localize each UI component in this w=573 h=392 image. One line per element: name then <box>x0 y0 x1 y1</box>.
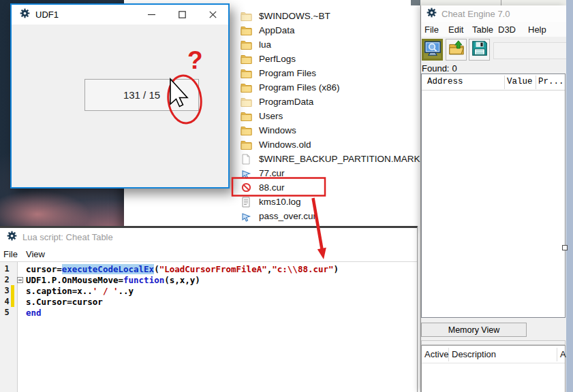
minimize-icon <box>148 11 155 18</box>
code-line: 2UDF1.P.OnMouseMove=function(s,x,y) <box>0 274 417 285</box>
cheat-table-list[interactable]: ActiveDescriptionAc <box>421 345 566 392</box>
background-window-fragment <box>420 0 566 5</box>
file-row[interactable]: pass_over.cur <box>124 209 420 223</box>
code-text: s.caption=x..' / '..y <box>26 286 134 296</box>
file-row[interactable]: kms10.log <box>124 195 420 209</box>
column-header-value[interactable]: Value <box>507 77 533 86</box>
close-button[interactable] <box>198 5 228 24</box>
udf1-window: UDF1 131 / 15 <box>10 3 230 189</box>
memory-view-label: Memory View <box>448 325 499 335</box>
log-file-icon <box>240 197 252 208</box>
lua-menu-file[interactable]: File <box>3 246 18 261</box>
coords-button-label: 131 / 15 <box>123 89 160 101</box>
lua-window-title: Lua script: Cheat Table <box>22 232 113 242</box>
scan-progress-bar <box>493 42 567 59</box>
code-text: UDF1.P.OnMouseMove=function(s,x,y) <box>26 275 200 285</box>
folder-faded-icon <box>240 97 252 108</box>
ce-menu-table[interactable]: Table <box>472 22 493 37</box>
window-edge-scrollbar[interactable] <box>566 0 573 392</box>
background-window-fragment <box>411 0 420 5</box>
file-name: pass_over.cur <box>259 211 316 221</box>
ce-menu-d3d[interactable]: D3D <box>498 22 516 37</box>
cheat-engine-gear-icon <box>20 8 30 21</box>
column-header-pr[interactable]: Pr... <box>538 77 564 86</box>
line-number: 3 <box>0 286 14 295</box>
lua-titlebar[interactable]: Lua script: Cheat Table <box>0 228 417 246</box>
cheat-engine-gear-icon <box>427 7 437 20</box>
ce-menubar: FileEditTableD3DHelp <box>421 22 566 37</box>
udf1-window-title: UDF1 <box>35 10 59 20</box>
code-line: 4s.Cursor=cursor <box>0 296 417 307</box>
folder-icon <box>240 25 252 36</box>
line-number: 1 <box>0 264 14 274</box>
line-number: 5 <box>0 308 14 317</box>
code-line: 3s.caption=x..' / '..y <box>0 285 417 296</box>
screen: $WINDOWS.~BTAppDataluaPerfLogsProgram Fi… <box>0 0 573 392</box>
folder-icon <box>240 82 252 93</box>
scan-results-list[interactable]: AddressValuePr... <box>421 74 566 318</box>
ce-menu-help[interactable]: Help <box>528 22 546 37</box>
file-name: $WINDOWS.~BT <box>259 11 330 21</box>
column-divider[interactable] <box>557 348 557 361</box>
found-count: 0 <box>452 63 456 74</box>
code-text: s.Cursor=cursor <box>26 297 103 307</box>
select-process-button[interactable] <box>422 39 443 61</box>
cursor-file-icon <box>240 168 252 179</box>
file-name: Windows.old <box>259 140 311 150</box>
folder-faded-icon <box>240 11 252 22</box>
ce-menu-edit[interactable]: Edit <box>448 22 463 37</box>
code-text: cursor=executeCodeLocalEx("LoadCursorFro… <box>26 264 339 274</box>
minimize-button[interactable] <box>136 5 167 24</box>
file-name: Program Files <box>259 68 316 78</box>
folder-icon <box>240 125 252 136</box>
file-name: $WINRE_BACKUP_PARTITION.MARKER <box>259 154 433 164</box>
splitter-bar[interactable] <box>421 340 566 345</box>
column-header-address[interactable]: Address <box>427 77 463 86</box>
column-divider[interactable] <box>504 76 505 89</box>
fold-column <box>14 277 26 283</box>
file-name: PerfLogs <box>259 54 296 64</box>
open-table-button[interactable] <box>446 39 467 61</box>
blocked-file-icon <box>240 182 252 193</box>
lua-menu-view[interactable]: View <box>26 246 45 261</box>
coords-button[interactable]: 131 / 15 <box>84 79 199 111</box>
save-table-icon <box>471 39 489 60</box>
annotation-question-mark: ? <box>187 48 203 73</box>
lua-script-window: Lua script: Cheat Table FileView 1cursor… <box>0 226 418 392</box>
folder-icon <box>240 54 252 65</box>
cursor-file-icon <box>240 211 252 222</box>
ce-titlebar[interactable]: Cheat Engine 7.0 <box>421 5 566 22</box>
column-divider[interactable] <box>536 76 536 89</box>
found-label: Found: <box>422 63 449 74</box>
lua-code-editor[interactable]: 1cursor=executeCodeLocalEx("LoadCursorFr… <box>0 261 417 392</box>
line-number: 4 <box>0 297 14 306</box>
file-name: Windows <box>259 125 296 135</box>
ce-menu-file[interactable]: File <box>424 22 439 37</box>
memory-view-button[interactable]: Memory View <box>421 323 527 337</box>
file-name: ProgramData <box>259 97 313 107</box>
cheat-table-header: ActiveDescriptionAc <box>422 346 565 363</box>
file-name: 88.cur <box>259 182 285 193</box>
column-header-active[interactable]: Active <box>424 349 448 359</box>
column-header-description[interactable]: Description <box>452 349 496 359</box>
cheat-engine-gear-icon <box>7 231 17 244</box>
fold-collapse-icon[interactable] <box>17 277 23 283</box>
folder-icon <box>240 111 252 122</box>
ce-toolbar <box>421 38 566 63</box>
resize-grip[interactable] <box>562 245 568 250</box>
maximize-button[interactable] <box>167 5 198 24</box>
blank-file-icon <box>240 154 252 165</box>
cheat-engine-window: Cheat Engine 7.0 FileEditTableD3DHelp Fo… <box>420 5 566 392</box>
select-process-icon <box>424 39 442 61</box>
maximize-icon <box>179 11 186 18</box>
save-table-button[interactable] <box>469 39 490 61</box>
line-number: 2 <box>0 275 14 284</box>
ce-window-title: Cheat Engine 7.0 <box>442 9 510 19</box>
window-controls <box>136 5 228 24</box>
folder-icon <box>240 140 252 150</box>
lua-menubar: FileView <box>0 246 417 261</box>
folder-icon <box>240 68 252 79</box>
folder-icon <box>240 39 252 50</box>
udf1-titlebar[interactable]: UDF1 <box>12 5 228 24</box>
file-name: Program Files (x86) <box>259 82 340 93</box>
